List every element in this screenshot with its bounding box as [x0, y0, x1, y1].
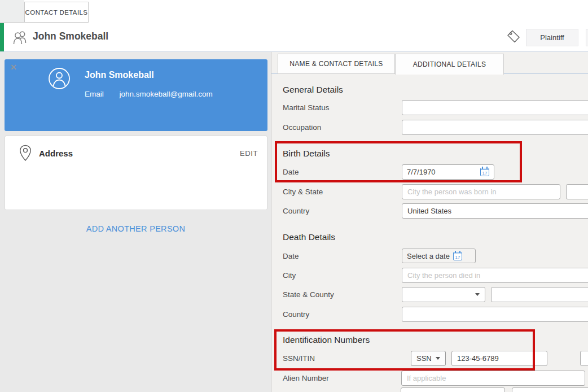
- secondary-role-button[interactable]: [586, 29, 588, 46]
- death-state-dropdown[interactable]: [402, 287, 485, 302]
- identification-numbers-title: Identification Numbers: [283, 335, 370, 345]
- details-panel: NAME & CONTACT DETAILS ADDITIONAL DETAIL…: [271, 52, 588, 392]
- alien-number-label: Alien Number: [283, 371, 329, 386]
- people-sidebar: ✕ John Smokeball Email john.smokeball@gm…: [0, 52, 271, 392]
- window-corner: [0, 0, 24, 23]
- birth-state-input[interactable]: [566, 184, 588, 199]
- contact-name-title: John Smokeball: [33, 31, 108, 42]
- cutoff-input-right[interactable]: [512, 387, 588, 392]
- occupation-label: Occupation: [283, 120, 321, 135]
- email-label: Email: [85, 90, 104, 98]
- death-date-label: Date: [283, 249, 299, 264]
- ssn-itin-label: SSN/ITIN: [283, 351, 315, 366]
- death-county-input[interactable]: [491, 287, 588, 302]
- tag-icon[interactable]: [506, 29, 521, 44]
- tab-additional-details-label: ADDITIONAL DETAILS: [413, 60, 486, 68]
- birth-city-state-label: City & State: [283, 184, 323, 199]
- calendar-icon[interactable]: 17: [480, 168, 489, 176]
- general-details-title: General Details: [283, 85, 343, 95]
- chevron-down-icon: [475, 293, 480, 296]
- people-icon: [12, 29, 29, 45]
- add-another-person-link[interactable]: ADD ANOTHER PERSON: [0, 224, 271, 233]
- tab-contact-details[interactable]: CONTACT DETAILS: [24, 2, 89, 23]
- death-city-label: City: [283, 268, 296, 283]
- address-edit-button[interactable]: EDIT: [240, 149, 258, 158]
- ssn-number-input[interactable]: [451, 351, 547, 366]
- ssn-extra-input[interactable]: [580, 351, 588, 366]
- close-icon[interactable]: ✕: [10, 62, 17, 72]
- birth-city-input[interactable]: [402, 184, 560, 199]
- plaintiff-role-button[interactable]: Plaintiff: [526, 29, 578, 46]
- death-state-county-label: State & County: [283, 287, 334, 302]
- tab-contact-details-label: CONTACT DETAILS: [25, 9, 88, 16]
- person-card[interactable]: ✕ John Smokeball Email john.smokeball@gm…: [5, 59, 267, 131]
- birth-country-label: Country: [283, 203, 309, 219]
- cutoff-input-left[interactable]: [401, 387, 505, 392]
- birth-details-title: Birth Details: [283, 149, 330, 159]
- tab-additional-details[interactable]: ADDITIONAL DETAILS: [395, 54, 504, 75]
- marital-status-input[interactable]: [402, 100, 588, 115]
- birth-country-input[interactable]: [402, 203, 588, 219]
- person-circle-icon: [48, 67, 71, 90]
- ssn-type-dropdown[interactable]: SSN: [411, 351, 446, 366]
- ssn-type-value: SSN: [416, 354, 432, 363]
- plaintiff-role-label: Plaintiff: [540, 33, 564, 42]
- alien-number-input[interactable]: [401, 371, 585, 386]
- person-card-name: John Smokeball: [85, 70, 154, 80]
- person-card-email-row: Email john.smokeball@gmail.com: [85, 90, 213, 98]
- chevron-down-icon: [436, 357, 440, 360]
- contact-header: John Smokeball Plaintiff: [0, 23, 588, 52]
- death-date-placeholder: Select a date: [407, 252, 450, 260]
- birth-date-label: Date: [283, 164, 299, 180]
- occupation-input[interactable]: [402, 120, 588, 135]
- details-tabstrip: NAME & CONTACT DETAILS ADDITIONAL DETAIL…: [271, 52, 588, 74]
- birth-date-value: 7/7/1970: [407, 168, 480, 176]
- death-date-picker-button[interactable]: Select a date 17: [402, 249, 476, 263]
- death-city-input[interactable]: [402, 268, 588, 283]
- map-pin-icon: [19, 145, 32, 162]
- address-card-title: Address: [39, 149, 73, 158]
- tab-name-contact-details[interactable]: NAME & CONTACT DETAILS: [278, 54, 395, 74]
- address-card: Address EDIT: [5, 136, 267, 210]
- green-accent-bar: [0, 23, 4, 51]
- contact-details-window: CONTACT DETAILS John Smokeball Plaintiff: [0, 0, 588, 392]
- birth-date-input[interactable]: 7/7/1970 17: [402, 164, 494, 180]
- death-country-input[interactable]: [402, 307, 588, 322]
- death-country-label: Country: [283, 307, 309, 322]
- death-details-title: Death Details: [283, 232, 335, 242]
- marital-status-label: Marital Status: [283, 100, 330, 115]
- email-value: john.smokeball@gmail.com: [120, 90, 213, 98]
- calendar-icon: 17: [453, 252, 462, 260]
- tab-name-contact-details-label: NAME & CONTACT DETAILS: [289, 60, 383, 68]
